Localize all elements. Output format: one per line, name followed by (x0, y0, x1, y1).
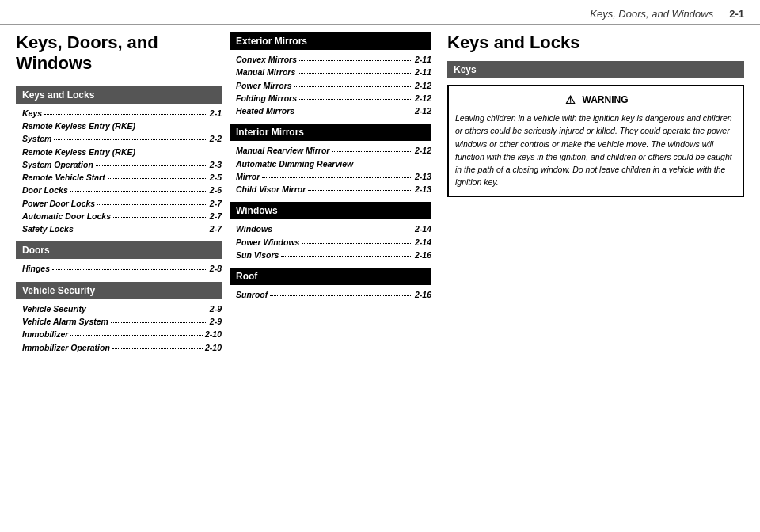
section-header-vehicle-security: Vehicle Security (16, 282, 222, 299)
toc-rke-operation: System Operation 2-3 (16, 158, 222, 171)
toc-hinges: Hinges 2-8 (16, 262, 222, 275)
section-roof: Roof Sunroof 2-16 (230, 268, 431, 301)
sub-section-keys: Keys (447, 61, 744, 78)
right-column: Keys and Locks Keys ⚠ WARNING Leaving ch… (439, 32, 744, 517)
middle-column: Exterior Mirrors Convex Mirrors 2-11 Man… (230, 32, 431, 517)
toc-windows: Windows 2-14 (230, 222, 431, 235)
section-interior-mirrors: Interior Mirrors Manual Rearview Mirror … (230, 124, 431, 196)
section-header-roof: Roof (230, 268, 431, 285)
warning-box: ⚠ WARNING Leaving children in a vehicle … (447, 85, 744, 197)
section-header-exterior-mirrors: Exterior Mirrors (230, 32, 431, 50)
warning-text: Leaving children in a vehicle with the i… (455, 112, 736, 189)
toc-mirror: Mirror 2-13 (230, 170, 431, 183)
toc-safety-locks: Safety Locks 2-7 (16, 222, 222, 235)
section-header-keys-locks: Keys and Locks (16, 86, 222, 104)
section-keys-locks: Keys and Locks Keys 2-1 Remote Keyless E… (16, 86, 222, 236)
toc-child-visor: Child Visor Mirror 2-13 (230, 183, 431, 196)
toc-sun-visors: Sun Visors 2-16 (230, 249, 431, 261)
warning-triangle-icon: ⚠ (564, 93, 578, 107)
toc-immobilizer-op: Immobilizer Operation 2-10 (16, 341, 222, 354)
section-header-doors: Doors (16, 241, 222, 259)
toc-rke: Remote Keyless Entry (RKE) (16, 120, 222, 132)
section-exterior-mirrors: Exterior Mirrors Convex Mirrors 2-11 Man… (230, 32, 431, 117)
header-chapter-title: Keys, Doors, and Windows (590, 8, 713, 20)
section-header-interior-mirrors: Interior Mirrors (230, 124, 431, 141)
toc-rke2: Remote Keyless Entry (RKE) (16, 146, 222, 158)
warning-label: WARNING (583, 94, 629, 105)
toc-folding-mirrors: Folding Mirrors 2-12 (230, 92, 431, 104)
page-header: Keys, Doors, and Windows 2-1 (0, 0, 760, 25)
section-windows: Windows Windows 2-14 Power Windows 2-14 … (230, 202, 431, 261)
book-title: Keys, Doors, and Windows (16, 32, 222, 74)
content-area: Keys, Doors, and Windows Keys and Locks … (0, 25, 760, 525)
toc-vehicle-security: Vehicle Security 2-9 (16, 302, 222, 315)
toc-power-door-locks: Power Door Locks 2-7 (16, 197, 222, 210)
toc-rke-system: System 2-2 (16, 132, 222, 145)
toc-manual-rearview: Manual Rearview Mirror 2-12 (230, 144, 431, 157)
chapter-title: Keys and Locks (447, 32, 744, 53)
toc-auto-dimming: Automatic Dimming Rearview (230, 158, 431, 170)
toc-keys: Keys 2-1 (16, 107, 222, 120)
toc-remote-vehicle-start: Remote Vehicle Start 2-5 (16, 171, 222, 184)
toc-sunroof: Sunroof 2-16 (230, 288, 431, 301)
left-column: Keys, Doors, and Windows Keys and Locks … (16, 32, 222, 517)
toc-power-mirrors: Power Mirrors 2-12 (230, 79, 431, 92)
toc-door-locks: Door Locks 2-6 (16, 184, 222, 196)
toc-convex-mirrors: Convex Mirrors 2-11 (230, 53, 431, 66)
section-doors: Doors Hinges 2-8 (16, 241, 222, 275)
toc-immobilizer: Immobilizer 2-10 (16, 328, 222, 340)
toc-auto-door-locks: Automatic Door Locks 2-7 (16, 210, 222, 222)
toc-power-windows: Power Windows 2-14 (230, 236, 431, 249)
section-header-windows: Windows (230, 202, 431, 219)
toc-heated-mirrors: Heated Mirrors 2-12 (230, 104, 431, 117)
section-vehicle-security: Vehicle Security Vehicle Security 2-9 Ve… (16, 282, 222, 354)
header-page-number: 2-1 (729, 8, 744, 20)
warning-title: ⚠ WARNING (455, 93, 736, 107)
toc-manual-mirrors: Manual Mirrors 2-11 (230, 66, 431, 78)
page-container: Keys, Doors, and Windows 2-1 Keys, Doors… (0, 0, 760, 532)
toc-vehicle-alarm: Vehicle Alarm System 2-9 (16, 315, 222, 328)
